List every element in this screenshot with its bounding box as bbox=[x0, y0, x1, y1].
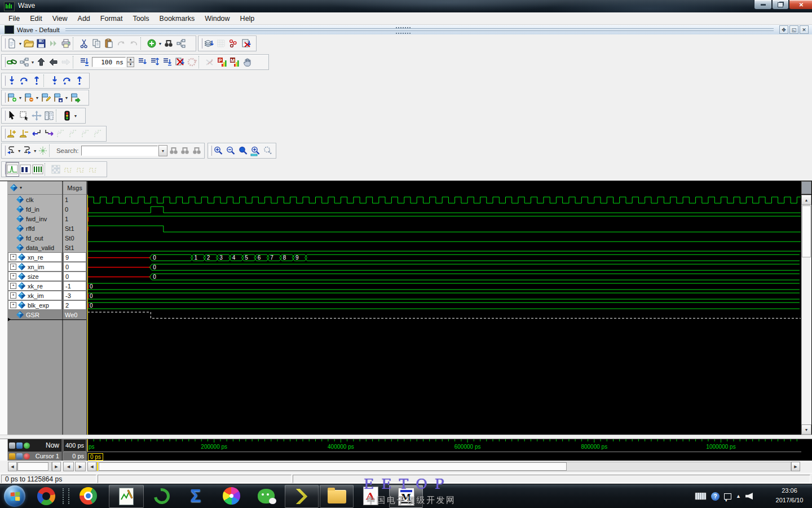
lock-icon[interactable] bbox=[9, 453, 15, 459]
forward-icon[interactable] bbox=[60, 55, 72, 69]
undo-icon[interactable] bbox=[115, 37, 127, 50]
wrench-icon[interactable] bbox=[16, 453, 23, 459]
show-connections-icon[interactable] bbox=[227, 37, 240, 50]
wave-expanded-time-delta-icon[interactable] bbox=[19, 163, 32, 176]
msgs-column-header[interactable]: Msgs bbox=[63, 181, 86, 195]
menu-bookmarks[interactable]: Bookmarks bbox=[155, 14, 200, 24]
wave-scroll-right-icon[interactable]: ▶ bbox=[791, 462, 800, 471]
performance-profile-icon[interactable]: P bbox=[216, 55, 228, 69]
delete-bookmark-dropdown-icon[interactable]: ▼ bbox=[35, 91, 39, 104]
help-icon[interactable]: ? bbox=[711, 492, 720, 501]
signal-row-data_valid[interactable]: data_valid bbox=[8, 243, 62, 252]
search-reverse-icon[interactable] bbox=[167, 144, 179, 157]
back-icon[interactable] bbox=[47, 55, 60, 69]
monitor-icon[interactable] bbox=[16, 443, 23, 449]
waveform-canvas[interactable]: 012345678900000 bbox=[87, 181, 801, 435]
follow-active-icon[interactable] bbox=[6, 55, 18, 69]
menu-file[interactable]: File bbox=[3, 14, 25, 24]
stop-compile-icon[interactable] bbox=[240, 37, 252, 50]
search-input[interactable] bbox=[81, 146, 158, 156]
add-cursor-icon[interactable] bbox=[6, 127, 18, 141]
taskbar-yellow-arrow-app-icon[interactable] bbox=[285, 485, 319, 508]
spin-up-icon[interactable]: ▲ bbox=[127, 57, 134, 62]
toggle-grid-icon[interactable] bbox=[215, 37, 227, 50]
expand-time-at-cursor-icon[interactable] bbox=[87, 163, 99, 176]
expand-time-icon[interactable] bbox=[21, 144, 33, 157]
timeline-ruler[interactable]: ps200000 ps400000 ps600000 ps800000 ps10… bbox=[87, 439, 801, 452]
next-falling-edge-icon[interactable] bbox=[67, 127, 80, 141]
delete-cursor-icon[interactable] bbox=[18, 127, 30, 141]
close-button[interactable]: ✕ bbox=[789, 0, 812, 10]
continue-run-icon[interactable] bbox=[148, 55, 161, 69]
zoom-in-icon[interactable] bbox=[212, 144, 224, 157]
goto-bookmark-icon[interactable] bbox=[69, 91, 81, 104]
wave-scroll-thumb[interactable] bbox=[99, 462, 567, 471]
zoom-full-icon[interactable] bbox=[237, 144, 249, 157]
step-over-icon[interactable] bbox=[18, 74, 30, 87]
scroll-up-icon[interactable]: ▲ bbox=[801, 195, 811, 205]
save-icon[interactable] bbox=[35, 37, 47, 50]
save-bookmarks-dropdown-icon[interactable]: ▼ bbox=[64, 91, 69, 104]
run-length-stepper[interactable]: ▲▼ bbox=[92, 57, 134, 67]
kill-sim-icon[interactable] bbox=[204, 55, 216, 69]
open-file-icon[interactable] bbox=[23, 37, 35, 50]
names-scroll-left-icon[interactable]: ◀ bbox=[8, 462, 17, 471]
wave-scroll-left-icon[interactable]: ◀ bbox=[87, 462, 96, 471]
taskbar-pdf-reader-icon[interactable]: A bbox=[355, 485, 386, 507]
menu-tools[interactable]: Tools bbox=[127, 14, 154, 24]
edit-time-icon[interactable] bbox=[9, 443, 15, 449]
expand-icon[interactable]: + bbox=[10, 292, 16, 299]
expand-icon[interactable]: + bbox=[10, 264, 16, 270]
pan-mode-icon[interactable] bbox=[30, 109, 43, 122]
restore-button[interactable] bbox=[772, 0, 789, 10]
taskbar-explorer-folder-icon[interactable] bbox=[320, 485, 354, 508]
names-scroll-right-icon[interactable]: ▶ bbox=[52, 462, 61, 471]
step-out-icon[interactable] bbox=[30, 74, 43, 87]
edit-bookmark-icon[interactable] bbox=[39, 91, 52, 104]
keyboard-icon[interactable] bbox=[695, 492, 707, 500]
column-splitter[interactable] bbox=[62, 181, 63, 461]
signal-row-rffd[interactable]: rffd bbox=[8, 224, 62, 233]
previous-falling-edge-icon[interactable] bbox=[55, 127, 68, 141]
menu-edit[interactable]: Edit bbox=[25, 14, 47, 24]
previous-rising-edge-icon[interactable] bbox=[80, 127, 92, 141]
menu-add[interactable]: Add bbox=[73, 14, 95, 24]
search-forward-icon[interactable] bbox=[179, 144, 191, 157]
cut-icon[interactable] bbox=[78, 37, 90, 50]
expand-events-icon[interactable] bbox=[37, 144, 49, 157]
compile-all-icon[interactable] bbox=[202, 37, 215, 50]
signal-row-fwd_inv[interactable]: fwd_inv bbox=[8, 214, 62, 224]
signal-row-fd_out[interactable]: fd_out bbox=[8, 233, 62, 243]
signal-row-xn_re[interactable]: +xn_re bbox=[8, 252, 62, 262]
msgs-scroll-right-icon[interactable]: ▶ bbox=[75, 462, 86, 471]
add-selected-dropdown-icon[interactable]: ▼ bbox=[158, 37, 162, 50]
signal-row-fd_in[interactable]: fd_in bbox=[8, 204, 62, 214]
expand-icon[interactable]: + bbox=[10, 254, 16, 260]
delete-bookmark-icon[interactable] bbox=[23, 91, 35, 104]
chevron-down-icon[interactable]: ▾ bbox=[20, 185, 22, 190]
signal-row-xn_im[interactable]: +xn_im bbox=[8, 262, 62, 271]
wave-cursor-view-icon[interactable] bbox=[6, 162, 19, 177]
step-into-instance-icon[interactable] bbox=[48, 74, 61, 87]
paste-icon[interactable] bbox=[103, 37, 115, 50]
taskbar-sigma-app-icon[interactable]: Σ bbox=[180, 485, 211, 507]
wave-expanded-time-event-icon[interactable] bbox=[32, 163, 44, 176]
taskbar-clock[interactable]: 23:06 2017/6/10 bbox=[770, 486, 809, 505]
restart-icon[interactable] bbox=[78, 55, 90, 69]
pan-hand-icon[interactable] bbox=[241, 55, 253, 69]
pane-close-icon[interactable]: ✕ bbox=[800, 25, 809, 34]
print-icon[interactable] bbox=[60, 37, 72, 50]
stop-sim-icon[interactable] bbox=[173, 55, 186, 69]
window-tray-icon[interactable] bbox=[724, 493, 731, 500]
zoom-in-on-active-cursor-icon[interactable] bbox=[249, 144, 262, 157]
menu-format[interactable]: Format bbox=[95, 14, 128, 24]
pane-header-grip[interactable] bbox=[65, 27, 774, 32]
next-rising-edge-icon[interactable] bbox=[92, 127, 104, 141]
next-transition-icon[interactable] bbox=[43, 127, 55, 141]
search-dropdown-icon[interactable]: ▼ bbox=[158, 145, 168, 156]
save-bookmarks-icon[interactable] bbox=[52, 91, 64, 104]
expand-time-dropdown-icon[interactable]: ▼ bbox=[33, 144, 37, 157]
taskbar-wechat-icon[interactable] bbox=[251, 485, 281, 507]
delete-cursor-icon[interactable] bbox=[24, 453, 30, 459]
show-hidden-icons[interactable]: ▲ bbox=[736, 493, 741, 499]
